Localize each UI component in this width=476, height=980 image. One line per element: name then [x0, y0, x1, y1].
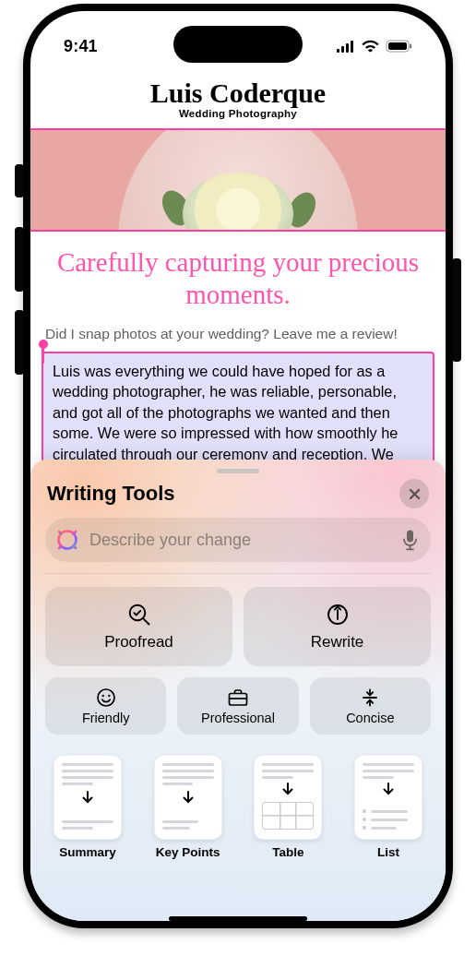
panel-title: Writing Tools [47, 482, 175, 506]
svg-rect-3 [351, 41, 353, 53]
svg-point-24 [102, 695, 103, 696]
down-arrow-icon [81, 790, 94, 805]
svg-point-23 [98, 689, 114, 706]
list-button[interactable]: List [350, 755, 427, 859]
list-thumb [354, 755, 422, 840]
svg-rect-2 [346, 43, 349, 53]
svg-line-12 [59, 532, 61, 533]
table-label: Table [272, 845, 303, 859]
magnifier-check-icon [126, 602, 152, 627]
down-arrow-icon [182, 790, 195, 805]
svg-rect-16 [407, 531, 413, 543]
friendly-button[interactable]: Friendly [45, 677, 166, 735]
proofread-button[interactable]: Proofread [45, 587, 232, 666]
svg-rect-5 [388, 42, 407, 50]
describe-placeholder: Describe your change [89, 531, 393, 550]
svg-rect-6 [410, 44, 411, 49]
down-arrow-icon [382, 782, 395, 796]
table-thumb [254, 755, 322, 840]
svg-rect-0 [337, 49, 339, 53]
rewrite-label: Rewrite [311, 633, 364, 651]
sheet-grabber[interactable] [217, 469, 259, 473]
down-arrow-icon [281, 782, 294, 796]
rewrite-button[interactable]: Rewrite [244, 587, 431, 666]
concise-icon [360, 687, 380, 708]
apple-intelligence-icon [54, 527, 80, 553]
close-button[interactable] [399, 479, 429, 508]
professional-button[interactable]: Professional [177, 677, 298, 735]
screen: 9:41 Luis Coderque Wedding Photog [30, 11, 446, 921]
phone-frame: 9:41 Luis Coderque Wedding Photog [23, 4, 453, 928]
keypoints-thumb [154, 755, 222, 840]
proofread-label: Proofread [104, 633, 173, 651]
headline: Carefully capturing your precious moment… [30, 232, 446, 320]
table-button[interactable]: Table [249, 755, 327, 859]
professional-label: Professional [201, 711, 275, 725]
rewrite-icon [325, 602, 351, 627]
concise-label: Concise [346, 711, 394, 725]
close-icon [409, 488, 421, 500]
briefcase-icon [227, 687, 249, 708]
wifi-icon [362, 40, 379, 53]
svg-rect-1 [341, 46, 344, 53]
svg-line-13 [74, 546, 76, 548]
review-prompt: Did I snap photos at your wedding? Leave… [30, 320, 446, 352]
smile-icon [96, 687, 116, 708]
status-time: 9:41 [64, 37, 98, 56]
summary-button[interactable]: Summary [49, 755, 126, 859]
keypoints-button[interactable]: Key Points [149, 755, 227, 859]
concise-button[interactable]: Concise [310, 677, 431, 735]
microphone-icon[interactable] [402, 529, 418, 551]
summary-label: Summary [59, 845, 116, 859]
svg-line-14 [74, 532, 76, 533]
brand-subtitle: Wedding Photography [30, 108, 446, 119]
battery-icon [386, 40, 412, 53]
svg-line-15 [59, 546, 61, 548]
hero-image [30, 128, 446, 232]
summary-thumb [54, 755, 122, 840]
friendly-label: Friendly [82, 711, 130, 725]
home-indicator[interactable] [169, 916, 307, 921]
describe-change-input[interactable]: Describe your change [45, 518, 431, 562]
power-button[interactable] [452, 258, 461, 362]
cellular-icon [337, 41, 355, 53]
svg-point-25 [109, 695, 110, 696]
brand-name: Luis Coderque [30, 78, 446, 109]
keypoints-label: Key Points [156, 845, 220, 859]
divider [45, 573, 431, 574]
brand-header: Luis Coderque Wedding Photography [30, 72, 446, 123]
status-bar: 9:41 [30, 28, 446, 65]
list-label: List [377, 845, 399, 859]
svg-line-20 [143, 618, 149, 624]
writing-tools-panel: Writing Tools [30, 460, 446, 921]
